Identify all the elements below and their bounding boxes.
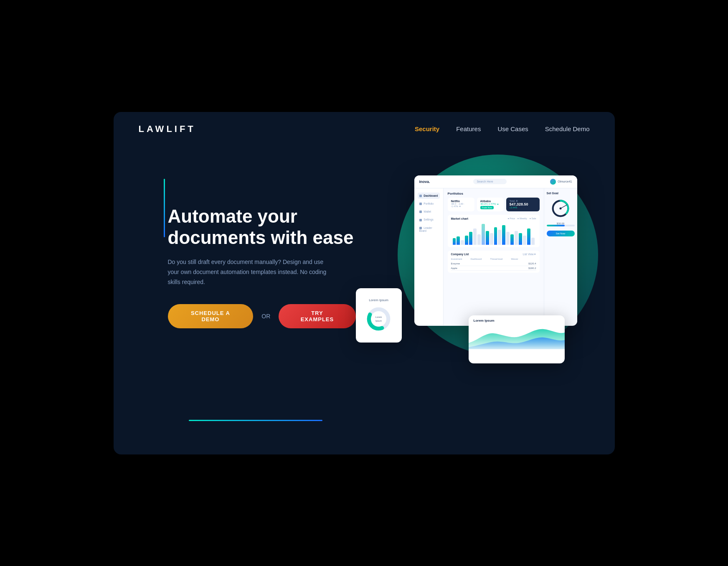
company-list-cols: InvestmentDashboardThread levelWaiver <box>451 258 536 260</box>
portfolio-netflix: Netflix -$9.3 · -1.60 · -1.47% ▼ <box>448 198 474 211</box>
portfolio-netflix-details: -$9.3 · -1.60 · -1.47% ▼ <box>451 203 471 208</box>
dash-logo: Inova. <box>419 180 430 184</box>
bar-14 <box>506 232 510 244</box>
dash-search: Search Here <box>473 179 507 184</box>
chart-legend: ● Price● Weekly● Sale <box>507 217 536 220</box>
bar-16 <box>515 231 518 245</box>
hero-left: Automate your documents with ease Do you… <box>139 206 356 328</box>
bar-9 <box>486 231 489 245</box>
sidebar-item-wallet[interactable]: Wallet <box>418 208 440 215</box>
small-donut-card: Lorem Ipsum Lorem Ipsum <box>356 288 402 343</box>
set-goal-label: Set Goal <box>547 192 575 195</box>
dash-main: Portfolios Netflix -$9.3 · -1.60 · -1.47… <box>444 188 544 325</box>
portfolio-alibaba-name: Alibaba <box>480 200 500 203</box>
set-now-button[interactable]: Set Now <box>547 231 575 236</box>
portfolio-alibaba-change: -$0.23 (-1.47%) ▲ <box>480 203 500 205</box>
svg-text:Ipsum: Ipsum <box>375 320 382 322</box>
small-card-label: Lorem Ipsum <box>369 298 388 302</box>
portfolios-row: Netflix -$9.3 · -1.60 · -1.47% ▼ Alibaba… <box>448 198 540 211</box>
main-container: LAWLIFT Security Features Use Cases Sche… <box>114 112 615 454</box>
bar-15 <box>510 234 514 245</box>
gauge-container <box>547 198 575 219</box>
svg-point-4 <box>560 207 562 209</box>
large-chart-header: Lorem Ipsum <box>469 315 565 324</box>
sidebar-item-portfolio[interactable]: Portfolio <box>418 201 440 207</box>
nav-item-security[interactable]: Security <box>415 125 439 132</box>
company-row-apple: Apple $180.2 <box>451 266 536 271</box>
gauge-svg <box>550 198 571 219</box>
goal-value: $30.00 <box>547 222 575 225</box>
bar-13 <box>502 225 505 245</box>
chart-bars <box>451 222 536 245</box>
total-change: +3.44% <box>510 206 536 209</box>
market-chart: Market chart ● Price● Weekly● Sale <box>448 215 540 247</box>
company-list: Company List List View ▾ InvestmentDashb… <box>448 251 540 273</box>
goal-bar-fill <box>547 225 565 226</box>
market-chart-title: Market chart <box>451 217 469 220</box>
goal-bar <box>547 225 575 226</box>
bar-8 <box>482 224 485 245</box>
nav-links: Security Features Use Cases Schedule Dem… <box>415 125 590 132</box>
hero-right: Inova. Search Here Olmurce41 Dashboa <box>348 167 590 368</box>
nav-item-features[interactable]: Features <box>456 125 481 132</box>
bar-18 <box>523 236 526 245</box>
or-separator: OR <box>261 313 270 320</box>
dash-avatar <box>550 179 556 185</box>
dash-body: Dashboard Portfolio Wallet Settings <box>414 188 577 325</box>
dash-sidebar: Dashboard Portfolio Wallet Settings <box>414 188 444 325</box>
dash-header: Inova. Search Here Olmurce41 <box>414 175 577 188</box>
bar-11 <box>494 227 497 244</box>
schedule-demo-button[interactable]: SCHEDULE A DEMO <box>168 304 254 328</box>
nav-item-schedule-demo[interactable]: Schedule Demo <box>545 125 590 132</box>
company-list-header: Company List List View ▾ <box>451 253 536 256</box>
cta-row: SCHEDULE A DEMO OR TRY EXAMPLES <box>168 304 356 328</box>
trade-now-badge: Trade Now <box>480 206 494 209</box>
area-chart <box>469 324 565 353</box>
hero-description: Do you still draft every document manual… <box>168 257 327 287</box>
sidebar-item-dashboard[interactable]: Dashboard <box>418 193 440 199</box>
sidebar-item-settings[interactable]: Settings <box>418 216 440 223</box>
sidebar-item-leaderboard[interactable]: Leader Board <box>418 225 440 234</box>
dash-user: Olmurce41 <box>550 179 572 185</box>
large-chart-card: Lorem Ipsum <box>469 315 565 363</box>
wallet-icon <box>419 211 422 213</box>
navbar: LAWLIFT Security Features Use Cases Sche… <box>114 112 615 146</box>
portfolios-title: Portfolios <box>448 192 540 195</box>
bar-2 <box>457 236 460 244</box>
leaderboard-icon <box>419 227 422 229</box>
bar-1 <box>453 238 456 244</box>
total-card: Total .B $47,328.50 +3.44% <box>506 198 540 211</box>
bar-7 <box>477 234 481 245</box>
settings-icon <box>419 219 422 221</box>
bar-6 <box>473 228 477 245</box>
dash-username: Olmurce41 <box>558 180 572 183</box>
bar-19 <box>527 228 530 245</box>
logo: LAWLIFT <box>139 124 196 135</box>
nav-item-use-cases[interactable]: Use Cases <box>497 125 528 132</box>
hero-section: Automate your documents with ease Do you… <box>114 159 615 376</box>
portfolio-netflix-name: Netflix <box>451 200 471 203</box>
dashboard-icon <box>419 195 422 197</box>
total-value: $47,328.50 <box>510 202 536 206</box>
svg-text:Lorem: Lorem <box>375 315 382 318</box>
dash-right-panel: Set Goal $30.00 <box>544 188 577 325</box>
bar-3 <box>461 240 464 245</box>
try-examples-button[interactable]: TRY EXAMPLES <box>279 304 355 328</box>
bar-4 <box>465 236 468 245</box>
hero-title: Automate your documents with ease <box>168 206 356 248</box>
bottom-accent-line <box>189 420 322 421</box>
svg-line-3 <box>561 205 567 208</box>
bar-12 <box>498 230 501 245</box>
portfolio-icon <box>419 203 422 205</box>
market-chart-header: Market chart ● Price● Weekly● Sale <box>451 217 536 220</box>
bar-20 <box>531 238 535 245</box>
bar-17 <box>519 233 522 245</box>
donut-chart: Lorem Ipsum <box>365 305 392 332</box>
bar-10 <box>490 233 493 245</box>
portfolio-alibaba: Alibaba -$0.23 (-1.47%) ▲ Trade Now <box>477 198 504 211</box>
bar-5 <box>469 232 472 244</box>
dashboard-card: Inova. Search Here Olmurce41 Dashboa <box>414 175 577 326</box>
company-row-enzyme: Enzyme $120.4 <box>451 261 536 266</box>
